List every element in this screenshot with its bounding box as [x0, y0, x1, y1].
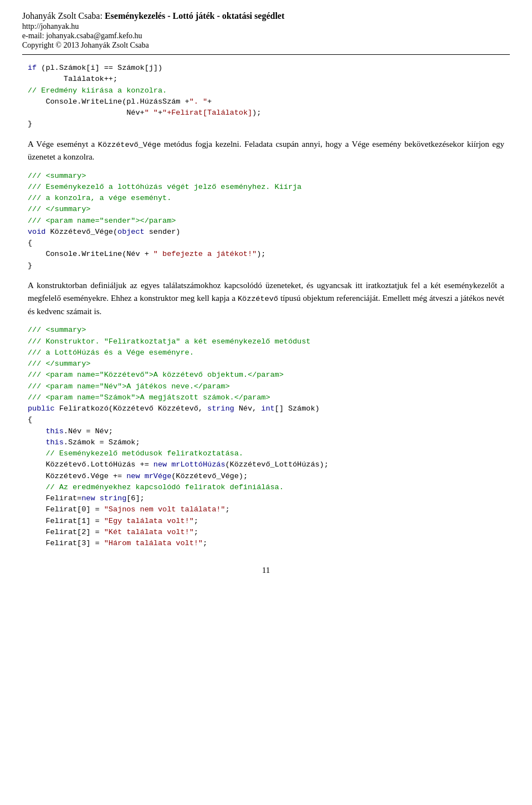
header-url: http://johanyak.hu	[22, 22, 510, 31]
code-text-2: /// <summary> /// Eseménykezelő a lottóh…	[28, 171, 504, 271]
header-title-bold: Eseménykezelés - Lottó játék - oktatási …	[105, 11, 284, 20]
prose-paragraph-2: A konstruktorban definiáljuk az egyes ta…	[28, 279, 504, 318]
prose-paragraph-1: A Vége eseményt a Közzétevő_Vége metódus…	[28, 138, 504, 164]
code-block-1: if (pl.Számok[i] == Számok[j]) Találatok…	[28, 63, 504, 130]
inline-code-1: Közzétevő_Vége	[98, 141, 161, 149]
header-title-plain: Johanyák Zsolt Csaba:	[22, 11, 105, 20]
code-block-3: /// <summary> /// Konstruktor. "Feliratk…	[28, 325, 504, 549]
page-footer: 11	[22, 566, 510, 575]
header-divider	[22, 54, 510, 55]
header-email: e-mail: johanyak.csaba@gamf.kefo.hu	[22, 32, 510, 40]
main-content: if (pl.Számok[i] == Számok[j]) Találatok…	[22, 63, 510, 549]
inline-code-2: Közzétevő	[238, 295, 278, 303]
page-number: 11	[262, 566, 270, 575]
code-block-2: /// <summary> /// Eseménykezelő a lottóh…	[28, 171, 504, 271]
header-title: Johanyák Zsolt Csaba: Eseménykezelés - L…	[22, 11, 510, 21]
header-copyright: Copyright © 2013 Johanyák Zsolt Csaba	[22, 41, 510, 50]
code-text-1: if (pl.Számok[i] == Számok[j]) Találatok…	[28, 63, 504, 130]
code-text-3: /// <summary> /// Konstruktor. "Feliratk…	[28, 325, 504, 549]
header: Johanyák Zsolt Csaba: Eseménykezelés - L…	[22, 11, 510, 50]
